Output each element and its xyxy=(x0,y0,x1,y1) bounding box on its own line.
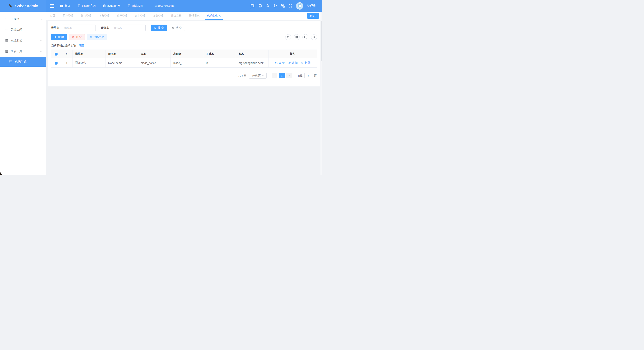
clear-filters-button[interactable]: 清 空 xyxy=(169,25,185,31)
table-action-row: 新 增 删 除 代码生成 xyxy=(51,34,317,40)
refresh-table-button[interactable] xyxy=(285,34,291,40)
wrench-clipboard-icon xyxy=(258,4,262,8)
service-name-input[interactable] xyxy=(112,25,146,31)
chevron-down-icon xyxy=(40,40,42,41)
search-button[interactable]: 搜 索 xyxy=(151,25,167,31)
table-row[interactable]: 1 通知公告 blade-demo blade_notice blade_ id… xyxy=(52,58,317,68)
chevron-down-icon xyxy=(40,18,42,20)
app-root: Saber Admin 首页 bladex官网 xyxy=(0,0,322,175)
tab-dictionary-management[interactable]: 字典管理 xyxy=(95,12,113,20)
user-avatar[interactable] xyxy=(296,3,303,9)
sidebar-item-label: 系统监控 xyxy=(11,39,41,43)
pagination-bar: 共 1 条 10条/页 1 前往 xyxy=(51,73,317,79)
topnav-item-avuex[interactable]: avuex官网 xyxy=(103,4,120,8)
add-button[interactable]: 新 增 xyxy=(51,34,67,40)
global-search-input[interactable] xyxy=(155,5,195,8)
fullscreen-button[interactable] xyxy=(289,4,292,8)
trash-icon xyxy=(172,27,174,29)
sidebar-item-workbench[interactable]: 工作台 xyxy=(0,14,46,24)
sidebar-item-system-management[interactable]: 系统管理 xyxy=(0,24,46,35)
cell-table: blade_notice xyxy=(138,58,171,68)
tab-home[interactable]: 首页 xyxy=(46,12,59,20)
language-button[interactable] xyxy=(281,4,285,8)
corner-artifact xyxy=(0,172,2,175)
trash-icon xyxy=(301,62,304,64)
current-page-button[interactable]: 1 xyxy=(279,73,284,78)
sword-logo-icon xyxy=(8,4,13,9)
scrollbar-thumb[interactable] xyxy=(321,21,322,61)
grid-density-button[interactable] xyxy=(294,34,300,40)
previous-page-button[interactable] xyxy=(272,73,277,78)
chevron-down-icon xyxy=(251,5,254,7)
vertical-scrollbar[interactable] xyxy=(320,12,322,175)
delete-button[interactable]: 删 除 xyxy=(69,34,85,40)
row-checkbox[interactable] xyxy=(55,62,58,65)
page-unit-label: 页 xyxy=(314,74,317,77)
document-icon xyxy=(128,5,130,7)
row-select-cell xyxy=(52,58,61,68)
clear-selection-link[interactable]: 清空 xyxy=(79,44,84,47)
refresh-icon xyxy=(90,36,92,38)
goto-page-group: 前往 页 xyxy=(298,73,317,78)
list-menu-icon xyxy=(5,50,8,53)
tab-parameter-management[interactable]: 参数管理 xyxy=(149,12,167,20)
select-all-checkbox[interactable] xyxy=(55,53,58,56)
eye-icon xyxy=(275,62,278,64)
topnav-item-home[interactable]: 首页 xyxy=(60,4,70,8)
topnav-item-test-page[interactable]: 测试页面 xyxy=(128,4,143,8)
fullscreen-icon xyxy=(289,4,292,8)
service-name-label: 服务名 xyxy=(101,26,109,30)
sidebar-item-dev-tools[interactable]: 研发工具 xyxy=(0,46,46,57)
sidebar-item-system-monitor[interactable]: 系统监控 xyxy=(0,35,46,46)
user-menu[interactable]: 管理员 xyxy=(307,4,318,8)
tab-code-generation[interactable]: 代码生成 xyxy=(203,12,224,20)
cell-index: 1 xyxy=(61,58,72,68)
pager: 1 xyxy=(272,73,292,78)
filter-form: 模块名 服务名 搜 索 清 空 xyxy=(51,25,317,31)
sidebar-collapse-button[interactable] xyxy=(50,4,55,8)
delete-row-link[interactable]: 删 除 xyxy=(301,61,310,65)
column-header-module: 模块名 xyxy=(72,50,106,58)
goto-label: 前往 xyxy=(298,74,303,77)
code-generate-button[interactable]: 代码生成 xyxy=(87,34,107,40)
column-header-operations: 操作 xyxy=(268,50,317,58)
module-name-input[interactable] xyxy=(62,25,96,31)
goto-page-input[interactable] xyxy=(304,73,312,78)
close-tab-icon[interactable] xyxy=(219,15,221,17)
brand-logo[interactable]: Saber Admin xyxy=(0,0,46,12)
column-list-icon xyxy=(313,36,316,38)
topnav-item-bladex[interactable]: bladex官网 xyxy=(78,4,96,8)
tab-user-management[interactable]: 用户管理 xyxy=(59,12,77,20)
sidebar-item-code-generation[interactable]: 代码生成 xyxy=(0,57,46,67)
tab-error-log[interactable]: 错误日志 xyxy=(185,12,203,20)
theme-button[interactable] xyxy=(273,4,277,8)
topnav-label: 首页 xyxy=(65,4,70,8)
translate-icon xyxy=(281,4,285,8)
lock-screen-button[interactable] xyxy=(266,4,269,8)
next-page-button[interactable] xyxy=(286,73,292,78)
panel-toggle-button[interactable] xyxy=(250,3,254,9)
column-settings-button[interactable] xyxy=(311,34,317,40)
edit-row-link[interactable]: 编 辑 xyxy=(288,61,298,65)
column-header-pk: 主键名 xyxy=(203,50,236,58)
page-size-select[interactable]: 10条/页 xyxy=(249,73,266,79)
debug-tool-button[interactable] xyxy=(258,4,262,8)
tab-api-docs[interactable]: 接口文档 xyxy=(167,12,185,20)
tab-role-management[interactable]: 角色管理 xyxy=(131,12,149,20)
tab-menu-management[interactable]: 菜单管理 xyxy=(113,12,131,20)
tab-department-management[interactable]: 部门管理 xyxy=(77,12,95,20)
cell-package: org.springblade.desk... xyxy=(236,58,268,68)
more-tabs-button[interactable]: 更多 xyxy=(307,13,319,19)
view-row-link[interactable]: 查 看 xyxy=(275,61,284,65)
chevron-down-icon xyxy=(262,75,264,76)
cell-operations: 查 看 编 辑 xyxy=(268,58,317,68)
selection-prefix: 当前表格已选择 xyxy=(51,44,70,47)
check-icon xyxy=(55,53,57,55)
toggle-search-button[interactable] xyxy=(302,34,308,40)
table-header-row: # 模块名 服务名 表名 表前缀 主键名 包名 操作 xyxy=(52,50,317,58)
plus-icon xyxy=(54,36,56,38)
cell-pk: id xyxy=(203,58,236,68)
topnav-label: 测试页面 xyxy=(132,4,143,8)
sidebar: 工作台 系统管理 系统监控 xyxy=(0,12,46,175)
document-icon xyxy=(78,5,80,7)
